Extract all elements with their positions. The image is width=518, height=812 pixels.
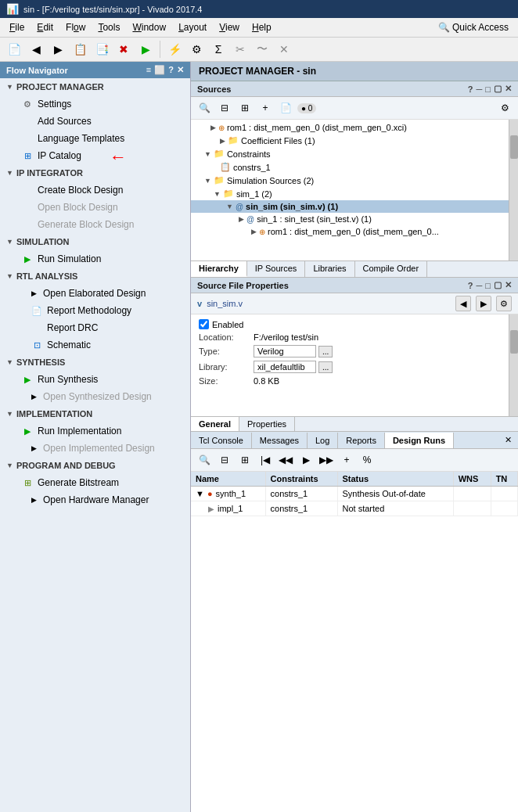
- sources-close-icon[interactable]: ✕: [505, 84, 512, 94]
- dr-play-btn[interactable]: ▶: [297, 451, 315, 469]
- sources-expand-btn[interactable]: ⊞: [236, 99, 254, 117]
- tab-tcl-console[interactable]: Tcl Console: [191, 433, 252, 448]
- sfp-settings-btn[interactable]: ⚙: [496, 296, 512, 311]
- section-header-simulation[interactable]: ▼ SIMULATION: [0, 233, 190, 250]
- nav-item-add-sources[interactable]: Add Sources: [0, 113, 190, 130]
- tree-item-rom1-2[interactable]: ▶ ⊕ rom1 : dist_mem_gen_0 (dist_mem_gen_…: [191, 225, 509, 238]
- sfp-tab-general[interactable]: General: [191, 417, 239, 431]
- stop-btn[interactable]: ✖: [114, 40, 133, 59]
- sources-maximize-icon[interactable]: ▢: [494, 84, 502, 94]
- sfp-close-icon[interactable]: ✕: [505, 280, 512, 290]
- tab-ip-sources[interactable]: IP Sources: [247, 261, 306, 277]
- sources-search-btn[interactable]: 🔍: [196, 99, 213, 117]
- nav-item-language-templates[interactable]: Language Templates: [0, 130, 190, 147]
- nav-item-settings[interactable]: ⚙ Settings: [0, 95, 190, 113]
- nav-item-open-implemented-design[interactable]: ▶ Open Implemented Design: [0, 440, 190, 457]
- section-header-synthesis[interactable]: ▼ SYNTHESIS: [0, 354, 190, 371]
- forward-btn[interactable]: ▶: [49, 40, 67, 59]
- tab-log[interactable]: Log: [308, 433, 338, 448]
- sfp-back-btn[interactable]: ◀: [455, 296, 471, 311]
- nav-item-run-synthesis[interactable]: ▶ Run Synthesis: [0, 371, 190, 388]
- sfp-type-browse-btn[interactable]: ...: [318, 346, 333, 357]
- route-btn[interactable]: ✂: [231, 40, 250, 59]
- dr-collapse-btn[interactable]: ⊟: [216, 451, 233, 469]
- nav-item-schematic[interactable]: ⊡ Schematic: [0, 336, 190, 354]
- tree-item-sin-sim[interactable]: ▼ @ sin_sim (sin_sim.v) (1): [191, 200, 509, 213]
- menu-window[interactable]: Window: [126, 20, 172, 35]
- nav-item-report-drc[interactable]: Report DRC: [0, 319, 190, 336]
- sum-btn[interactable]: Σ: [209, 40, 228, 59]
- tree-item-sin1[interactable]: ▶ @ sin_1 : sin_test (sin_test.v) (1): [191, 213, 509, 225]
- sources-restore-icon[interactable]: □: [485, 84, 491, 94]
- section-header-project-manager[interactable]: ▼ PROJECT MANAGER: [0, 78, 190, 95]
- dr-expand-btn[interactable]: ⊞: [236, 451, 254, 469]
- tree-item-sim1[interactable]: ▼ 📁 sim_1 (2): [191, 187, 509, 200]
- sources-file-btn[interactable]: 📄: [277, 99, 294, 117]
- menu-quickaccess[interactable]: 🔍 Quick Access: [432, 20, 515, 35]
- dr-percent-btn[interactable]: %: [358, 451, 376, 469]
- dr-search-btn[interactable]: 🔍: [196, 451, 213, 469]
- dr-first-btn[interactable]: |◀: [257, 451, 274, 469]
- sfp-scroll-thumb[interactable]: [510, 330, 518, 354]
- program-btn[interactable]: ⚡: [165, 40, 184, 59]
- tab-libraries[interactable]: Libraries: [305, 261, 354, 277]
- sfp-type-field[interactable]: [254, 345, 316, 357]
- tree-item-constraints[interactable]: ▼ 📁 Constraints: [191, 147, 509, 160]
- sources-scrollbar[interactable]: [509, 120, 518, 260]
- dr-add-btn[interactable]: +: [338, 451, 355, 469]
- sfp-library-browse-btn[interactable]: ...: [318, 361, 333, 373]
- tree-item-sim-sources[interactable]: ▼ 📁 Simulation Sources (2): [191, 174, 509, 187]
- menu-file[interactable]: File: [3, 20, 31, 35]
- sfp-tab-properties[interactable]: Properties: [239, 417, 295, 431]
- sfp-help-icon[interactable]: ?: [468, 281, 473, 290]
- nav-item-report-methodology[interactable]: 📄 Report Methodology: [0, 302, 190, 319]
- menu-help[interactable]: Help: [246, 20, 278, 35]
- sources-collapse-btn[interactable]: ⊟: [216, 99, 233, 117]
- tree-item-coeff[interactable]: ▶ 📁 Coefficient Files (1): [191, 134, 509, 147]
- sfp-forward-btn[interactable]: ▶: [476, 296, 491, 311]
- tree-item-constrs1[interactable]: 📋 constrs_1: [191, 160, 509, 174]
- nav-item-create-block-design[interactable]: Create Block Design: [0, 181, 190, 199]
- tab-messages[interactable]: Messages: [252, 433, 308, 448]
- nav-item-run-simulation[interactable]: ▶ Run Simulation: [0, 250, 190, 268]
- run-btn[interactable]: ▶: [136, 40, 155, 59]
- back-btn[interactable]: ◀: [27, 40, 45, 59]
- sfp-library-field[interactable]: [254, 361, 316, 373]
- settings-btn[interactable]: ⚙: [187, 40, 206, 59]
- sources-settings-btn[interactable]: ⚙: [496, 99, 513, 117]
- sources-add-btn[interactable]: +: [257, 99, 274, 117]
- bottom-panel-close[interactable]: ✕: [498, 432, 518, 448]
- sfp-minimize-icon[interactable]: ─: [477, 281, 483, 290]
- tab-reports[interactable]: Reports: [338, 433, 385, 448]
- tab-compile-order[interactable]: Compile Order: [355, 261, 428, 277]
- menu-flow[interactable]: Flow: [59, 20, 92, 35]
- nav-item-generate-bitstream[interactable]: ⊞ Generate Bitstream: [0, 474, 190, 491]
- nav-item-open-synthesized-design[interactable]: ▶ Open Synthesized Design: [0, 388, 190, 405]
- sfp-maximize-icon[interactable]: ▢: [494, 280, 502, 290]
- section-header-implementation[interactable]: ▼ IMPLEMENTATION: [0, 405, 190, 422]
- section-header-ip-integrator[interactable]: ▼ IP INTEGRATOR: [0, 164, 190, 181]
- tab-hierarchy[interactable]: Hierarchy: [191, 261, 247, 277]
- sfp-enabled-checkbox[interactable]: [199, 319, 209, 329]
- sfp-restore-icon[interactable]: □: [485, 281, 491, 290]
- sources-help-icon[interactable]: ?: [468, 84, 473, 94]
- cross-btn[interactable]: ✕: [275, 40, 293, 59]
- table-row[interactable]: ▶ impl_1 constrs_1 Not started: [191, 501, 518, 516]
- menu-layout[interactable]: Layout: [172, 20, 213, 35]
- sources-minimize-icon[interactable]: ─: [477, 84, 483, 94]
- nav-item-open-hardware-manager[interactable]: ▶ Open Hardware Manager: [0, 491, 190, 508]
- nav-icon-3[interactable]: ?: [168, 65, 174, 75]
- section-header-program-debug[interactable]: ▼ PROGRAM AND DEBUG: [0, 457, 190, 474]
- tab-design-runs[interactable]: Design Runs: [385, 433, 454, 448]
- table-row[interactable]: ▼ ● synth_1 constrs_1 Synthesis Out-of-d…: [191, 487, 518, 501]
- nav-icon-2[interactable]: ⬜: [154, 65, 165, 75]
- sfp-scrollbar[interactable]: [509, 314, 518, 416]
- section-header-rtl-analysis[interactable]: ▼ RTL ANALYSIS: [0, 268, 190, 285]
- nav-item-ip-catalog[interactable]: ⊞ IP Catalog: [0, 147, 190, 164]
- menu-tools[interactable]: Tools: [92, 20, 126, 35]
- dr-next-btn[interactable]: ▶▶: [318, 451, 335, 469]
- menu-view[interactable]: View: [213, 20, 246, 35]
- wave-btn[interactable]: 〜: [253, 40, 272, 59]
- menu-edit[interactable]: Edit: [31, 20, 59, 35]
- nav-item-run-implementation[interactable]: ▶ Run Implementation: [0, 422, 190, 440]
